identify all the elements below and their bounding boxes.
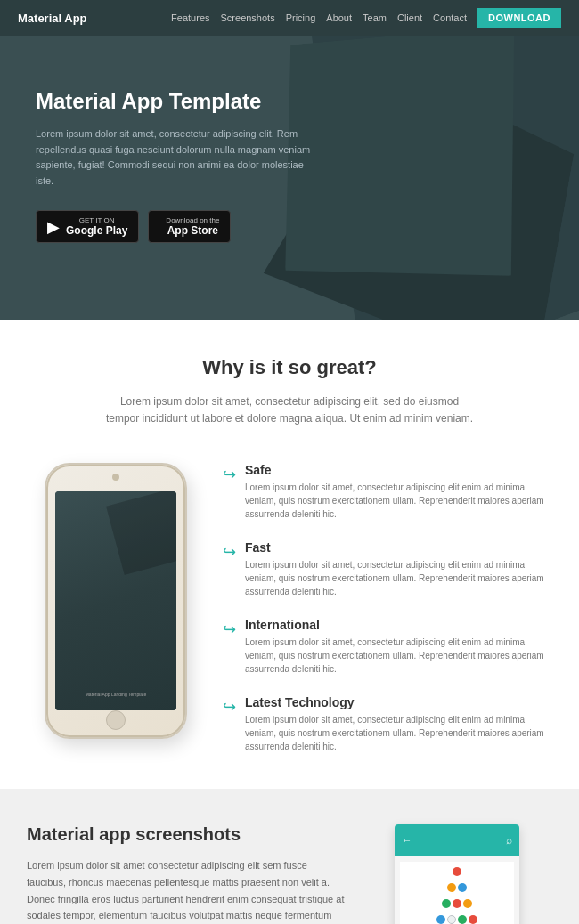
screenshots-title: Material app screenshots [27,824,347,845]
ball-8 [447,915,456,924]
feature-technology-text: Latest Technology Lorem ipsum dolor sit … [245,695,552,753]
hero-section: Material App Template Lorem ipsum dolor … [0,36,579,320]
feature-technology-desc: Lorem ipsum dolor sit amet, consectetur … [245,713,552,753]
feature-technology-title: Latest Technology [245,695,552,709]
features-row: Material App Landing Template ↪ Safe Lor… [27,454,552,753]
nav-pricing[interactable]: Pricing [286,12,316,23]
nav-contact[interactable]: Contact [433,12,467,23]
google-play-text: GET IT ON Google Play [66,216,127,237]
features-list: ↪ Safe Lorem ipsum dolor sit amet, conse… [223,454,552,753]
google-play-sub: GET IT ON [66,216,127,224]
store-buttons: ▶ GET IT ON Google Play Download on the … [36,210,321,243]
hero-description: Lorem ipsum dolor sit amet, consectetur … [36,126,321,189]
nav-screenshots[interactable]: Screenshots [221,12,275,23]
screenshots-left: Material app screenshots Lorem ipsum dol… [27,824,347,924]
why-title: Why is it so great? [27,356,552,379]
billiard-row-1 [405,867,509,876]
phone-screen-text: Material App Landing Template [61,692,171,697]
nav-features[interactable]: Features [171,12,209,23]
phone-screen-shape [106,491,176,575]
hero-title: Material App Template [36,89,321,114]
ball-10 [469,915,477,924]
billiard-row-3 [405,899,509,908]
nav-client[interactable]: Client [397,12,422,23]
phone-mockup: Material App Landing Template [27,454,205,748]
nav-team[interactable]: Team [363,12,387,23]
navbar: Material App Features Screenshots Pricin… [0,0,579,36]
app-store-text: Download on the App Store [166,216,219,237]
feature-international-text: International Lorem ipsum dolor sit amet… [245,618,552,676]
nav-links: Features Screenshots Pricing About Team … [171,8,561,28]
app-store-sub: Download on the [166,216,219,224]
feature-international-title: International [245,618,552,632]
search-icon: ⌕ [506,834,512,847]
technology-icon: ↪ [223,697,236,717]
billiard-row-4 [405,915,509,924]
feature-international: ↪ International Lorem ipsum dolor sit am… [223,618,552,676]
feature-safe: ↪ Safe Lorem ipsum dolor sit amet, conse… [223,463,552,521]
ball-9 [458,915,467,924]
ball-1 [453,867,461,876]
feature-fast-title: Fast [245,540,552,555]
download-button[interactable]: DOWNLOAD [477,8,561,28]
ball-7 [436,915,445,924]
app-body: 10 ★ ⛹ ♥ ♛ ✕ 🎮 ❋ [395,856,519,924]
feature-international-desc: Lorem ipsum dolor sit amet, consectetur … [245,636,552,676]
ball-4 [442,899,451,908]
app-screenshot: ← ⌕ [395,824,519,924]
app-topbar: ← ⌕ [395,824,519,856]
ball-5 [453,899,461,908]
feature-fast-text: Fast Lorem ipsum dolor sit amet, consect… [245,540,552,598]
phone-screen-inner: Material App Landing Template [55,491,176,710]
nav-logo: Material App [18,12,87,25]
phone-home-button [106,710,126,730]
back-icon: ← [402,834,412,847]
ball-6 [463,899,472,908]
feature-fast: ↪ Fast Lorem ipsum dolor sit amet, conse… [223,540,552,598]
feature-safe-title: Safe [245,463,552,477]
feature-safe-desc: Lorem ipsum dolor sit amet, consectetur … [245,481,552,521]
hero-content: Material App Template Lorem ipsum dolor … [36,89,321,243]
google-play-label: Google Play [66,224,127,237]
safe-icon: ↪ [223,465,236,484]
international-icon: ↪ [223,620,236,639]
why-subtitle: Lorem ipsum dolor sit amet, consectetur … [102,393,477,427]
feature-technology: ↪ Latest Technology Lorem ipsum dolor si… [223,695,552,753]
phone-outer: Material App Landing Template [45,463,187,739]
ball-3 [458,883,467,892]
fast-icon: ↪ [223,542,236,562]
screenshots-section: Material app screenshots Lorem ipsum dol… [0,789,579,924]
nav-about[interactable]: About [326,12,352,23]
feature-safe-text: Safe Lorem ipsum dolor sit amet, consect… [245,463,552,521]
phone-notch [112,474,119,481]
screenshots-description: Lorem ipsum dolor sit amet consectetur a… [27,857,347,924]
app-store-label: App Store [166,224,219,237]
phone-screen: Material App Landing Template [55,491,176,710]
google-play-icon: ▶ [47,217,60,237]
why-section: Why is it so great? Lorem ipsum dolor si… [0,320,579,789]
billiard-section [400,862,514,924]
ball-2 [447,883,456,892]
billiard-row-2 [405,883,509,892]
app-store-button[interactable]: Download on the App Store [148,210,231,243]
google-play-button[interactable]: ▶ GET IT ON Google Play [36,210,139,243]
feature-fast-desc: Lorem ipsum dolor sit amet, consectetur … [245,558,552,598]
screenshots-right: ‹ ← ⌕ [374,824,552,924]
